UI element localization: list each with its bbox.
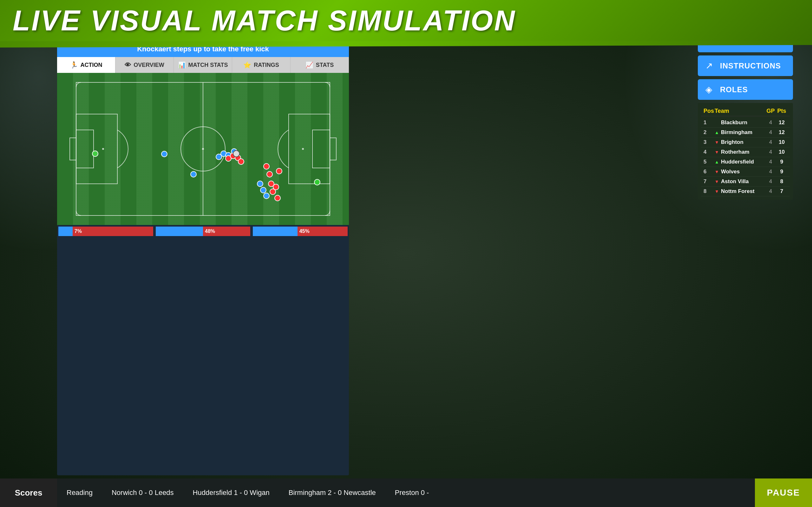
row3-trend: ▼ xyxy=(715,140,721,145)
svg-point-31 xyxy=(273,184,279,190)
svg-point-27 xyxy=(264,164,269,169)
row3-pos: 3 xyxy=(704,139,715,146)
row4-pts: 10 xyxy=(776,149,787,155)
tab-stats[interactable]: 📈 STATS xyxy=(291,57,349,73)
row4-trend: ▼ xyxy=(715,150,721,155)
svg-point-33 xyxy=(276,168,282,174)
svg-point-18 xyxy=(257,181,263,187)
ratings-icon: ⭐ xyxy=(243,61,251,69)
instructions-label: INSTRUCTIONS xyxy=(720,61,781,70)
row8-team: Nottm Forest xyxy=(721,188,765,194)
score-ticker-0: Reading xyxy=(67,489,93,497)
football-pitch xyxy=(57,73,349,225)
row2-gp: 4 xyxy=(765,129,776,135)
row4-gp: 4 xyxy=(765,149,776,155)
svg-point-13 xyxy=(302,148,304,150)
svg-point-21 xyxy=(191,171,196,177)
instructions-button[interactable]: ↗ INSTRUCTIONS xyxy=(698,55,793,76)
stats-bar: 7% 48% 45% xyxy=(57,225,349,238)
svg-rect-7 xyxy=(76,130,94,168)
row4-pos: 4 xyxy=(704,149,715,155)
bottom-scores-bar: Scores Reading Norwich 0 - 0 Leeds Hudde… xyxy=(0,478,812,507)
svg-point-32 xyxy=(275,195,281,201)
tab-action[interactable]: 🏃 ACTION xyxy=(57,57,115,73)
svg-point-19 xyxy=(260,187,266,193)
pause-bottom-button[interactable]: PAUSE xyxy=(755,478,812,507)
score-ticker-1: Norwich 0 - 0 Leeds xyxy=(112,489,174,497)
svg-rect-8 xyxy=(70,138,76,160)
svg-point-22 xyxy=(161,151,167,157)
row3-gp: 4 xyxy=(765,139,776,146)
league-table: Pos Team GP Pts 1 Blackburn 4 12 2 ▲ Bir… xyxy=(698,103,793,200)
row2-trend: ▲ xyxy=(715,130,721,135)
row6-pos: 6 xyxy=(704,169,715,175)
row2-pts: 12 xyxy=(776,129,787,135)
stats-pct-2: 48% xyxy=(205,228,215,234)
row5-gp: 4 xyxy=(765,159,776,165)
page-title: LIVE VISUAL MATCH SIMULATION xyxy=(13,4,516,37)
svg-point-34 xyxy=(233,151,240,157)
stats-icon: 📈 xyxy=(305,61,313,69)
header-gp: GP xyxy=(765,108,776,114)
row8-trend: ▼ xyxy=(715,189,721,194)
row8-pos: 8 xyxy=(704,188,715,194)
roles-icon: ◈ xyxy=(703,84,715,95)
row7-pts: 8 xyxy=(776,178,787,185)
row2-team: Birmingham xyxy=(721,129,765,135)
tab-ratings[interactable]: ⭐ RATINGS xyxy=(232,57,291,73)
stats-pct-1: 7% xyxy=(74,228,82,234)
svg-point-20 xyxy=(264,193,269,199)
svg-rect-10 xyxy=(289,114,330,184)
table-row-5: 5 ▲ Huddersfield 4 9 xyxy=(701,157,790,167)
tab-overview-label: OVERVIEW xyxy=(134,62,164,68)
score-ticker-4: Preston 0 - xyxy=(395,489,429,497)
svg-rect-11 xyxy=(312,130,330,168)
row6-pts: 9 xyxy=(776,169,787,175)
table-row-7: 7 ▼ Aston Villa 4 8 xyxy=(701,177,790,187)
row5-pts: 9 xyxy=(776,159,787,165)
row8-pts: 7 xyxy=(776,188,787,194)
tab-action-label: ACTION xyxy=(81,62,102,68)
table-row-6: 6 ▼ Wolves 4 9 xyxy=(701,167,790,177)
svg-point-5 xyxy=(202,148,204,150)
svg-point-9 xyxy=(102,148,104,150)
row1-pos: 1 xyxy=(704,119,715,126)
header-team: Team xyxy=(715,108,765,114)
match-area: Brighton & Hove Albion 0 - 0 21:10 xyxy=(57,6,349,475)
tab-overview[interactable]: 👁 OVERVIEW xyxy=(115,57,174,73)
row2-pos: 2 xyxy=(704,129,715,135)
tab-matchstats-label: MATCH STATS xyxy=(189,62,228,68)
table-row-4: 4 ▼ Rotherham 4 10 xyxy=(701,147,790,157)
row5-team: Huddersfield xyxy=(721,159,765,165)
header-banner: LIVE VISUAL MATCH SIMULATION xyxy=(0,0,812,41)
row1-team: Blackburn xyxy=(721,119,765,126)
overview-icon: 👁 xyxy=(125,61,131,69)
instructions-icon: ↗ xyxy=(703,60,715,71)
tab-match-stats[interactable]: 📊 MATCH STATS xyxy=(174,57,232,73)
svg-point-36 xyxy=(92,151,98,157)
svg-rect-6 xyxy=(76,114,117,184)
row6-trend: ▼ xyxy=(715,169,721,174)
row5-trend: ▲ xyxy=(715,159,721,164)
header-pos: Pos xyxy=(704,108,715,114)
row7-gp: 4 xyxy=(765,178,776,185)
row3-pts: 10 xyxy=(776,139,787,146)
tab-ratings-label: RATINGS xyxy=(254,62,279,68)
table-header: Pos Team GP Pts xyxy=(701,106,790,116)
action-icon: 🏃 xyxy=(70,61,78,69)
svg-point-35 xyxy=(314,179,320,185)
roles-button[interactable]: ◈ ROLES xyxy=(698,79,793,100)
row7-pos: 7 xyxy=(704,178,715,185)
row3-team: Brighton xyxy=(721,139,765,146)
svg-point-28 xyxy=(267,171,272,177)
stats-segment-1: 7% xyxy=(58,227,153,236)
row6-team: Wolves xyxy=(721,169,765,175)
row5-pos: 5 xyxy=(704,159,715,165)
score-ticker-3: Birmingham 2 - 0 Newcastle xyxy=(289,489,376,497)
row4-team: Rotherham xyxy=(721,149,765,155)
svg-point-26 xyxy=(238,159,244,164)
stats-segment-3: 45% xyxy=(253,227,348,236)
header-pts: Pts xyxy=(776,108,787,114)
table-row-3: 3 ▼ Brighton 4 10 xyxy=(701,137,790,147)
matchstats-icon: 📊 xyxy=(178,61,186,69)
